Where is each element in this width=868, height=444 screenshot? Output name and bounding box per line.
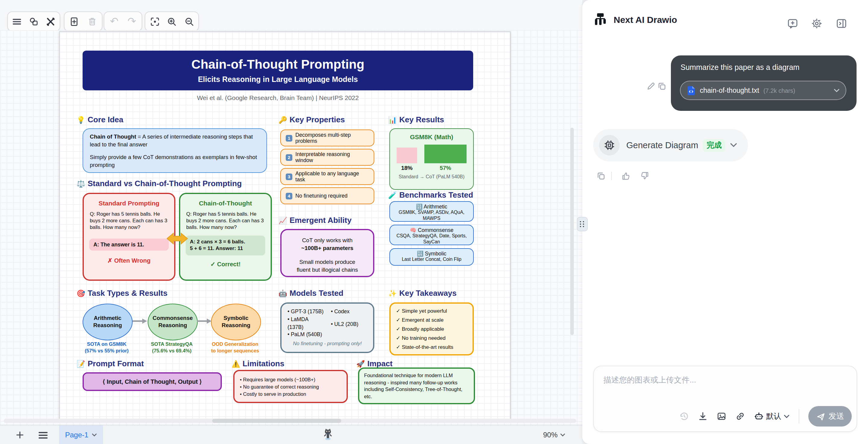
collapse-panel-button[interactable] (836, 18, 847, 29)
thumbs-down-icon (641, 172, 649, 180)
model-selector[interactable]: 默认 (754, 411, 789, 421)
impact-box[interactable]: Foundational technique for modern LLM re… (358, 368, 475, 404)
key-takeaways-box[interactable]: ✓ Simple yet powerful ✓ Emergent at scal… (390, 303, 474, 355)
edit-message-button[interactable] (647, 82, 655, 90)
thumbs-up-button[interactable] (621, 172, 630, 180)
standard-prompting-box[interactable]: Standard Prompting Q: Roger has 5 tennis… (83, 193, 176, 281)
octocat-mascot[interactable] (323, 427, 333, 440)
copy-message-button[interactable] (658, 82, 666, 90)
link-button[interactable] (735, 411, 745, 421)
diagram-page[interactable]: Chain-of-Thought Prompting Elicits Reaso… (59, 31, 510, 419)
thumbs-down-button[interactable] (641, 172, 649, 180)
core-idea-header[interactable]: 💡 Core Idea (76, 115, 123, 124)
image-upload-button[interactable] (717, 411, 726, 421)
cot-prompting-box[interactable]: Chain-of-Thought Q: Roger has 5 tennis b… (179, 193, 272, 281)
emergent-ability-box[interactable]: CoT only works with ~100B+ parameters Sm… (280, 229, 374, 277)
vertical-scrollbar[interactable] (570, 128, 574, 335)
diagram-title-block[interactable]: Chain-of-Thought Prompting Elicits Reaso… (83, 51, 473, 90)
generate-diagram-card[interactable]: Generate Diagram 完成 (593, 129, 748, 161)
limitations-title: Limitations (243, 359, 284, 368)
key-property-2[interactable]: 2 Interpretable reasoning window (280, 149, 374, 166)
symbolic-caption[interactable]: OOD Generalizationto longer sequences (202, 342, 268, 354)
send-button[interactable]: 发送 (808, 406, 852, 426)
undo-button[interactable]: ↶ (106, 13, 122, 29)
input-numbers-icon: 🔢 (416, 203, 423, 210)
key-property-3[interactable]: 3 Applicable to any language task (280, 168, 374, 185)
delete-button[interactable] (84, 13, 100, 29)
prompt-format-box[interactable]: ⟨ Input, Chain of Thought, Output ⟩ (83, 372, 222, 391)
fit-view-button[interactable] (147, 13, 162, 29)
limitations-header[interactable]: ⚠️ Limitations (231, 359, 284, 368)
horizontal-scrollbar-track[interactable] (4, 419, 576, 423)
arithmetic-reasoning-node[interactable]: ArithmeticReasoning (83, 304, 133, 340)
commonsense-reasoning-node[interactable]: CommonsenseReasoning (148, 304, 198, 340)
key-takeaways-header[interactable]: ✨ Key Takeaways (388, 289, 457, 297)
horizontal-scrollbar-thumb[interactable] (212, 419, 341, 423)
models-tested-box[interactable]: • GPT-3 (175B) • LaMDA (137B) • PaLM (54… (280, 303, 374, 353)
cut-button[interactable] (43, 13, 59, 29)
new-chat-button[interactable] (787, 18, 798, 29)
panel-resize-handle[interactable] (577, 217, 588, 231)
page-tab[interactable]: Page-1 (59, 425, 103, 444)
benchmark-arithmetic[interactable]: 🔢 Arithmetic GSM8K, SVAMP, ASDiv, AQuA, … (390, 201, 474, 222)
symbolic-reasoning-node[interactable]: SymbolicReasoning (211, 304, 261, 340)
key-takeaways-title: Key Takeaways (399, 289, 457, 297)
attribution-text[interactable]: Wei et al. (Google Research, Brain Team)… (83, 94, 473, 101)
benchmark-commonsense[interactable]: 🧠 Commonsense CSQA, StrategyQA, Date, Sp… (390, 225, 474, 245)
comparison-arrow[interactable] (166, 231, 188, 246)
benchmark-symbolic[interactable]: 🔣 Symbolic Last Letter Concat, Coin Flip (390, 248, 474, 266)
prompt-format-header[interactable]: 📝 Prompt Format (76, 359, 144, 368)
core-idea-box[interactable]: Chain of Thought = A series of intermedi… (83, 128, 267, 173)
models-tested-header[interactable]: 🤖 Models Tested (278, 289, 343, 297)
task-arrow-2[interactable] (197, 318, 212, 324)
tool-icon-wrap (599, 135, 620, 155)
commonsense-caption[interactable]: SOTA StrategyQA(75.6% vs 69.4%) (138, 342, 205, 354)
key-results-header[interactable]: 📊 Key Results (388, 115, 444, 124)
lightbulb-icon: 💡 (76, 115, 85, 124)
canvas-region: ↶ ↷ Chain-of-Thought Prompting El (0, 0, 582, 444)
keycap-1-icon: 1 (286, 135, 292, 141)
add-page-button[interactable] (67, 13, 82, 29)
add-page-tab-button[interactable] (11, 431, 29, 439)
composer-input[interactable] (597, 370, 863, 411)
standard-prompting-title: Standard Prompting (84, 199, 174, 207)
pages-list-button[interactable] (34, 431, 52, 439)
takeaway-item: ✓ No training needed (396, 335, 467, 341)
key-property-4[interactable]: 4 No finetuning required (280, 187, 374, 204)
benchmarks-header[interactable]: 🧪 Benchmarks Tested (388, 190, 473, 199)
impact-header[interactable]: 🚀 Impact (356, 359, 393, 368)
copy-response-button[interactable] (597, 172, 605, 180)
impact-text: Foundational technique for modern LLM re… (364, 372, 462, 400)
zoom-level-control[interactable]: 90% (543, 431, 565, 439)
key-properties-header[interactable]: 🔑 Key Properties (278, 115, 345, 124)
settings-button[interactable] (811, 18, 822, 29)
menu-button[interactable] (9, 13, 25, 29)
attachment-chip[interactable]: chain-of-thought.txt (7.2k chars) (680, 81, 846, 100)
redo-icon: ↷ (127, 16, 136, 27)
chevron-down-icon (834, 88, 840, 93)
task-types-header[interactable]: 🎯 Task Types & Results (76, 289, 167, 297)
robot-model-icon (754, 411, 764, 421)
shapes-button[interactable] (26, 13, 41, 29)
download-button[interactable] (698, 411, 708, 421)
key-results-card[interactable]: GSM8K (Math) 18% 57% Standard → CoT (PaL… (390, 128, 474, 190)
warning-icon: ⚠️ (231, 359, 240, 368)
cot-verdict: ✓ Correct! (180, 261, 271, 267)
limitations-box[interactable]: • Requires large models (~100B+) • No gu… (233, 370, 348, 403)
comparison-header[interactable]: ⚖️ Standard vs Chain-of-Thought Promptin… (76, 179, 242, 188)
zoom-in-button[interactable] (164, 13, 180, 29)
redo-button[interactable]: ↷ (124, 13, 140, 29)
history-button[interactable] (679, 411, 689, 421)
keycap-2-icon: 2 (286, 154, 292, 161)
emergent-ability-header[interactable]: 📈 Emergent Ability (278, 216, 351, 225)
key-property-label: No finetuning required (296, 193, 347, 199)
keycap-3-icon: 3 (286, 173, 292, 180)
sparkles-icon: ✨ (388, 289, 397, 297)
key-property-1[interactable]: 1 Decomposes multi-step problems (280, 129, 374, 147)
model-label: 默认 (766, 411, 781, 421)
cot-answer-line1: A: 2 cans × 3 = 6 balls. (190, 239, 261, 246)
send-label: 发送 (829, 411, 844, 422)
arithmetic-caption[interactable]: SOTA on GSM8K(57% vs 55% prior) (73, 342, 140, 354)
zoom-out-button[interactable] (181, 13, 197, 29)
task-arrow-1[interactable] (133, 318, 147, 324)
